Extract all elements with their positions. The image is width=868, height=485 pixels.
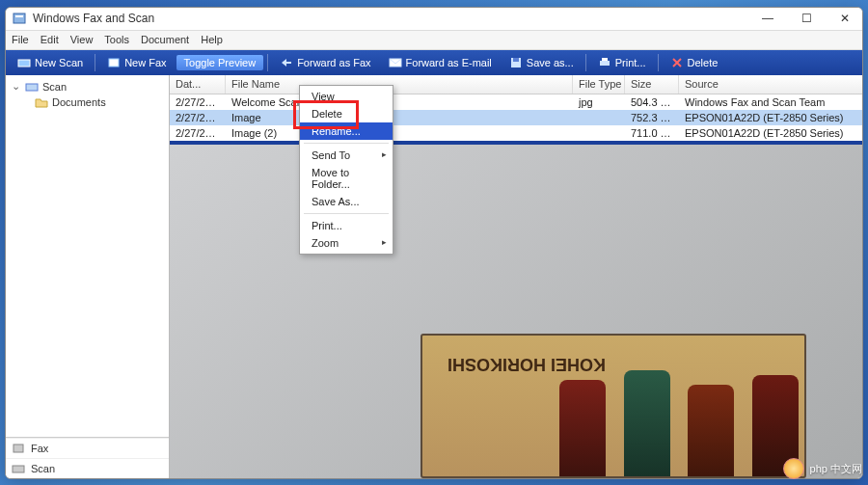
- figure-icon: [559, 380, 606, 476]
- titlebar[interactable]: Windows Fax and Scan — ☐ ✕: [6, 8, 862, 31]
- scanner-icon: [12, 462, 25, 475]
- cell-date: 2/27/202...: [170, 126, 226, 140]
- new-scan-button[interactable]: New Scan: [10, 54, 91, 71]
- cell-source: Windows Fax and Scan Team: [679, 95, 862, 109]
- watermark: php 中文网: [783, 458, 862, 479]
- label: Toggle Preview: [184, 57, 257, 68]
- col-name[interactable]: File Name: [226, 75, 573, 94]
- delete-button[interactable]: Delete: [663, 54, 726, 71]
- window-controls: — ☐ ✕: [756, 12, 856, 25]
- label: Delete: [688, 57, 719, 68]
- menu-view[interactable]: View: [70, 34, 94, 45]
- cell-name: Image: [226, 111, 573, 124]
- list-header: Dat... File Name File Type Size Source: [170, 75, 862, 94]
- label: Send To: [312, 149, 350, 161]
- print-button[interactable]: Print...: [590, 54, 654, 71]
- minimize-button[interactable]: —: [756, 12, 779, 25]
- label: New Scan: [35, 57, 83, 68]
- save-icon: [509, 56, 523, 69]
- svg-rect-0: [14, 13, 25, 23]
- app-icon: [12, 11, 27, 26]
- forward-email-button[interactable]: Forward as E-mail: [381, 54, 500, 71]
- cell-size: 504.3 KB: [625, 95, 679, 109]
- elephant-icon: [783, 458, 804, 479]
- folder-icon: [35, 95, 48, 109]
- table-row[interactable]: 2/27/202... Image (2) 711.0 KB EPSON01A2…: [170, 125, 862, 141]
- menu-tools[interactable]: Tools: [104, 34, 129, 45]
- fax-icon: [107, 56, 121, 69]
- svg-rect-3: [109, 59, 119, 67]
- menu-edit[interactable]: Edit: [41, 34, 59, 45]
- cell-source: EPSON01A22D (ET-2850 Series): [679, 126, 862, 140]
- cell-type: jpg: [573, 95, 625, 109]
- cell-size: 752.3 KB: [625, 111, 679, 124]
- col-source[interactable]: Source: [679, 75, 862, 94]
- scanned-image: KOHEI HORIKOSHI: [420, 334, 806, 478]
- separator: [585, 54, 586, 71]
- cell-name: Image (2): [226, 126, 573, 140]
- tree-root-scan[interactable]: ⌄ Scan: [12, 79, 163, 94]
- svg-rect-10: [14, 445, 23, 452]
- ctx-delete[interactable]: Delete: [300, 105, 393, 122]
- delete-icon: [670, 56, 684, 69]
- figure-icon: [624, 370, 670, 476]
- sidebar: ⌄ Scan Documents Fax Scan: [6, 75, 170, 478]
- table-row-selected[interactable]: 2/27/202... Image 752.3 KB EPSON01A22D (…: [170, 110, 862, 125]
- cell-type: [573, 117, 625, 119]
- svg-rect-7: [600, 61, 610, 66]
- separator: [658, 54, 659, 71]
- label: Fax: [31, 443, 48, 454]
- table-row[interactable]: 2/27/202... Welcome Scan jpg 504.3 KB Wi…: [170, 94, 862, 110]
- forward-fax-icon: [280, 56, 293, 69]
- toggle-preview-button[interactable]: Toggle Preview: [176, 55, 264, 70]
- cell-type: [573, 132, 625, 134]
- separator: [304, 143, 389, 144]
- figure-icon: [688, 385, 734, 476]
- new-fax-button[interactable]: New Fax: [99, 54, 174, 71]
- menu-help[interactable]: Help: [201, 34, 223, 45]
- main: Dat... File Name File Type Size Source 2…: [170, 75, 862, 478]
- label: Forward as E-mail: [406, 57, 492, 68]
- preview-pane: KOHEI HORIKOSHI: [170, 141, 862, 478]
- collapse-icon[interactable]: ⌄: [12, 80, 21, 93]
- forward-fax-button[interactable]: Forward as Fax: [272, 54, 378, 71]
- book-artwork: [554, 361, 804, 476]
- list-rows: 2/27/202... Welcome Scan jpg 504.3 KB Wi…: [170, 94, 862, 141]
- menu-file[interactable]: File: [12, 34, 29, 45]
- fax-icon: [12, 442, 25, 455]
- toolbar: New Scan New Fax Toggle Preview Forward …: [6, 50, 862, 75]
- cell-name: Welcome Scan: [226, 95, 573, 109]
- col-size[interactable]: Size: [625, 75, 679, 94]
- ctx-send-to[interactable]: Send To▸: [300, 147, 393, 164]
- tree-label: Scan: [42, 81, 67, 93]
- label: Scan: [31, 463, 55, 474]
- folder-scan-button[interactable]: Scan: [6, 458, 169, 478]
- ctx-print[interactable]: Print...: [300, 217, 393, 234]
- body: ⌄ Scan Documents Fax Scan: [6, 75, 862, 478]
- ctx-move-to[interactable]: Move to Folder...: [300, 164, 393, 193]
- ctx-view[interactable]: View: [300, 88, 393, 105]
- print-icon: [598, 56, 611, 69]
- menu-document[interactable]: Document: [141, 34, 189, 45]
- col-type[interactable]: File Type: [573, 75, 625, 94]
- menubar: File Edit View Tools Document Help: [6, 31, 862, 50]
- folder-switch: Fax Scan: [6, 437, 169, 478]
- tree-child-documents[interactable]: Documents: [12, 94, 163, 110]
- window-title: Windows Fax and Scan: [33, 12, 756, 25]
- col-date[interactable]: Dat...: [170, 75, 226, 94]
- label: Zoom: [312, 237, 339, 249]
- chevron-right-icon: ▸: [382, 237, 387, 247]
- save-as-button[interactable]: Save as...: [502, 54, 582, 71]
- svg-rect-2: [18, 60, 30, 67]
- context-menu: View Delete Rename... Send To▸ Move to F…: [299, 85, 393, 255]
- svg-rect-8: [602, 58, 608, 61]
- close-button[interactable]: ✕: [833, 12, 856, 25]
- ctx-zoom[interactable]: Zoom▸: [300, 234, 393, 252]
- folder-fax-button[interactable]: Fax: [6, 438, 169, 458]
- svg-rect-11: [13, 466, 24, 472]
- label: New Fax: [124, 57, 166, 68]
- cell-date: 2/27/202...: [170, 111, 226, 124]
- maximize-button[interactable]: ☐: [795, 12, 818, 25]
- ctx-rename[interactable]: Rename...: [300, 122, 393, 140]
- ctx-save-as[interactable]: Save As...: [300, 193, 393, 210]
